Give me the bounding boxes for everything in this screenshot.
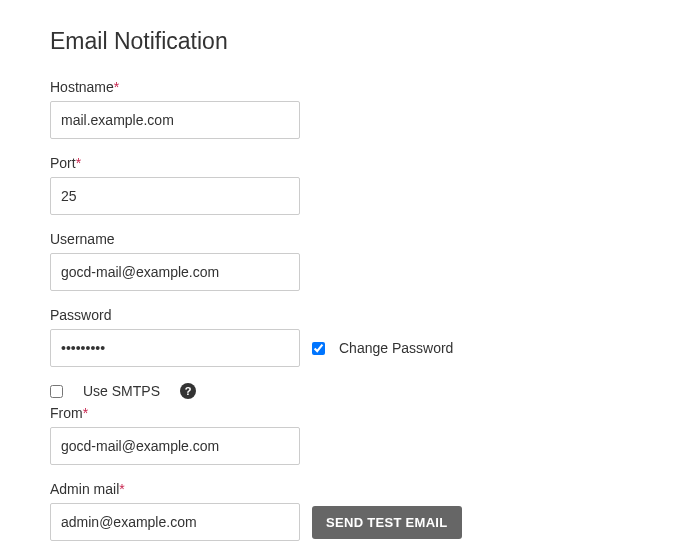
port-label: Port* [50,155,639,171]
hostname-label: Hostname* [50,79,639,95]
send-test-email-button[interactable]: Send Test Email [312,506,462,539]
from-label: From* [50,405,639,421]
help-icon[interactable]: ? [180,383,196,399]
required-asterisk: * [114,79,119,95]
required-asterisk: * [119,481,124,497]
change-password-checkbox[interactable] [312,342,325,355]
port-input[interactable] [50,177,300,215]
page-title: Email Notification [50,28,639,55]
password-label: Password [50,307,639,323]
required-asterisk: * [76,155,81,171]
change-password-label: Change Password [339,340,453,356]
required-asterisk: * [83,405,88,421]
hostname-label-text: Hostname [50,79,114,95]
admin-mail-input[interactable] [50,503,300,541]
username-label: Username [50,231,639,247]
username-input[interactable] [50,253,300,291]
use-smtps-label: Use SMTPS [83,383,160,399]
from-input[interactable] [50,427,300,465]
admin-mail-label: Admin mail* [50,481,639,497]
admin-mail-label-text: Admin mail [50,481,119,497]
use-smtps-checkbox[interactable] [50,385,63,398]
port-label-text: Port [50,155,76,171]
password-input[interactable] [50,329,300,367]
from-label-text: From [50,405,83,421]
hostname-input[interactable] [50,101,300,139]
